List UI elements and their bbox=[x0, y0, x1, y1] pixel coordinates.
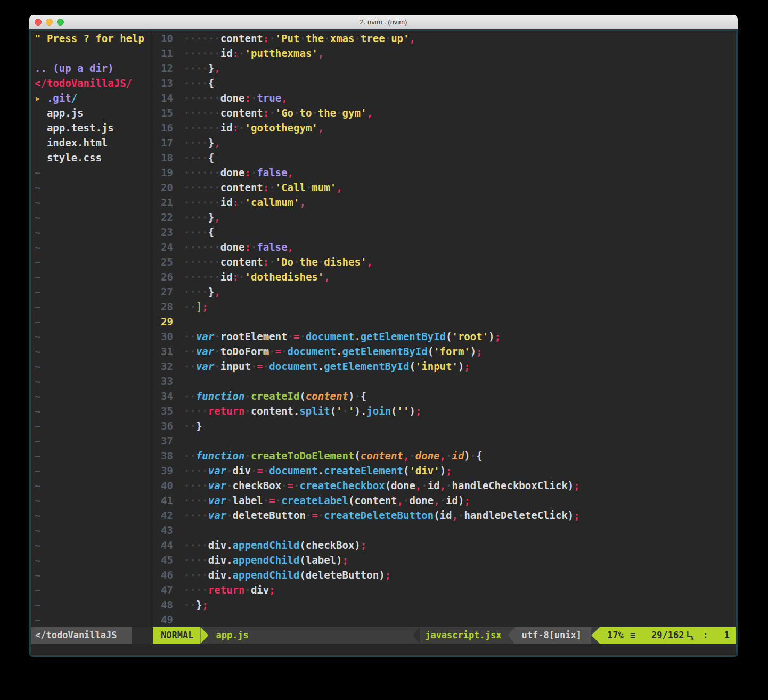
code-line-18[interactable]: 18····{ bbox=[151, 150, 736, 165]
tree-item-app-test-js[interactable]: app.test.js bbox=[31, 120, 151, 135]
code-text: ······content:·'Put·the·xmas·tree·up', bbox=[176, 31, 415, 46]
empty-line-marker: ~ bbox=[31, 582, 151, 597]
code-line-24[interactable]: 24······done:·false, bbox=[151, 240, 736, 254]
code-text: ····}, bbox=[176, 284, 220, 299]
code-line-16[interactable]: 16······id:·'gotothegym', bbox=[151, 120, 736, 135]
line-number: 27 bbox=[151, 284, 176, 299]
tree-item-app-js[interactable]: app.js bbox=[31, 105, 151, 120]
code-line-46[interactable]: 46····div.appendChild(deleteButton); bbox=[151, 567, 736, 582]
empty-line-marker: ~ bbox=[31, 553, 151, 567]
tree-item-style-css[interactable]: style.css bbox=[31, 150, 151, 165]
empty-line-marker: ~ bbox=[31, 508, 151, 523]
statusline: </todoVanillaJS NORMAL app.js javascript… bbox=[31, 627, 736, 644]
empty-line-marker: ~ bbox=[31, 359, 151, 374]
code-line-41[interactable]: 41····var·label·=·createLabel(content,·d… bbox=[151, 493, 736, 508]
line-number: 31 bbox=[151, 344, 176, 359]
code-line-45[interactable]: 45····div.appendChild(label); bbox=[151, 553, 736, 567]
line-number: 22 bbox=[151, 210, 176, 225]
active-statusline: NORMAL app.js javascript.jsx utf-8[unix]… bbox=[153, 627, 736, 644]
code-text: ····var·div·=·document.createElement('di… bbox=[176, 463, 452, 478]
statusline-position: 17% ≡ 29/162 LN : 1 bbox=[591, 627, 736, 644]
close-button-icon[interactable] bbox=[35, 19, 42, 26]
line-number: 11 bbox=[151, 46, 176, 61]
code-text: ····return·div; bbox=[176, 582, 275, 597]
empty-line-marker: ~ bbox=[31, 448, 151, 463]
empty-line-marker: ~ bbox=[31, 210, 151, 225]
titlebar[interactable]: 2. nvim . (nvim) bbox=[29, 15, 738, 29]
code-text: ··var·rootElement·=·document.getElementB… bbox=[176, 329, 501, 344]
code-line-28[interactable]: 28··]; bbox=[151, 299, 736, 314]
code-text: ····return·content.split('·').join(''); bbox=[176, 403, 421, 418]
code-line-15[interactable]: 15······content:·'Go·to·the·gym', bbox=[151, 105, 736, 120]
code-line-21[interactable]: 21······id:·'callmum', bbox=[151, 195, 736, 210]
code-text: ····var·label·=·createLabel(content,·don… bbox=[176, 493, 470, 508]
code-line-17[interactable]: 17····}, bbox=[151, 135, 736, 150]
code-line-44[interactable]: 44····div.appendChild(checkBox); bbox=[151, 538, 736, 553]
line-number: 19 bbox=[151, 165, 176, 180]
line-number: 44 bbox=[151, 538, 176, 553]
line-number: 28 bbox=[151, 299, 176, 314]
code-line-23[interactable]: 23····{ bbox=[151, 225, 736, 240]
code-line-10[interactable]: 10······content:·'Put·the·xmas·tree·up', bbox=[151, 31, 736, 46]
window-title: 2. nvim . (nvim) bbox=[360, 18, 407, 26]
code-line-47[interactable]: 47····return·div; bbox=[151, 582, 736, 597]
tree-item-git-dir[interactable]: ▸ .git/ bbox=[31, 90, 151, 105]
code-text: ··} bbox=[176, 418, 202, 433]
code-line-27[interactable]: 27····}, bbox=[151, 284, 736, 299]
code-text: ······content:·'Go·to·the·gym', bbox=[176, 105, 373, 120]
tree-item-up-dir[interactable]: .. (up a dir) bbox=[31, 61, 151, 76]
code-line-29[interactable]: 29 bbox=[151, 314, 736, 329]
code-line-32[interactable]: 32··var·input·=·document.getElementById(… bbox=[151, 359, 736, 374]
code-line-14[interactable]: 14······done:·true, bbox=[151, 90, 736, 105]
powerline-arrow-left-icon bbox=[413, 627, 420, 644]
code-text: ······content:·'Call·mum', bbox=[176, 180, 342, 195]
code-line-22[interactable]: 22····}, bbox=[151, 210, 736, 225]
code-line-48[interactable]: 48··}; bbox=[151, 597, 736, 612]
code-text: ····div.appendChild(label); bbox=[176, 553, 348, 567]
line-number: 42 bbox=[151, 508, 176, 523]
code-line-37[interactable]: 37 bbox=[151, 433, 736, 448]
code-text: ····var·deleteButton·=·createDeleteButto… bbox=[176, 508, 580, 523]
code-line-33[interactable]: 33 bbox=[151, 374, 736, 389]
code-line-19[interactable]: 19······done:·false, bbox=[151, 165, 736, 180]
code-line-25[interactable]: 25······content:·'Do·the·dishes', bbox=[151, 254, 736, 269]
line-number: 24 bbox=[151, 240, 176, 254]
code-line-34[interactable]: 34··function·createId(content)·{ bbox=[151, 389, 736, 403]
minimize-button-icon[interactable] bbox=[46, 19, 53, 26]
line-number: 25 bbox=[151, 254, 176, 269]
code-line-35[interactable]: 35····return·content.split('·').join('')… bbox=[151, 403, 736, 418]
scroll-percent: 17% bbox=[607, 627, 624, 644]
line-number: 33 bbox=[151, 374, 176, 389]
code-line-49[interactable]: 49 bbox=[151, 612, 736, 627]
tree-root-todovanillajs[interactable]: </todoVanillaJS/ bbox=[31, 76, 151, 90]
code-line-26[interactable]: 26······id:·'dothedishes', bbox=[151, 269, 736, 284]
code-line-20[interactable]: 20······content:·'Call·mum', bbox=[151, 180, 736, 195]
code-line-31[interactable]: 31··var·toDoForm·=·document.getElementBy… bbox=[151, 344, 736, 359]
empty-line-marker: ~ bbox=[31, 374, 151, 389]
tree-item-index-html[interactable]: index.html bbox=[31, 135, 151, 150]
code-line-36[interactable]: 36··} bbox=[151, 418, 736, 433]
code-line-43[interactable]: 43 bbox=[151, 523, 736, 538]
empty-line-marker: ~ bbox=[31, 567, 151, 582]
line-number: 35 bbox=[151, 403, 176, 418]
code-line-40[interactable]: 40····var·checkBox·=·createCheckbox(done… bbox=[151, 478, 736, 493]
code-line-42[interactable]: 42····var·deleteButton·=·createDeleteBut… bbox=[151, 508, 736, 523]
code-line-13[interactable]: 13····{ bbox=[151, 76, 736, 90]
code-text: ··var·input·=·document.getElementById('i… bbox=[176, 359, 470, 374]
code-line-12[interactable]: 12····}, bbox=[151, 61, 736, 76]
zoom-button-icon[interactable] bbox=[57, 19, 64, 26]
code-line-30[interactable]: 30··var·rootElement·=·document.getElemen… bbox=[151, 329, 736, 344]
code-text: ····{ bbox=[176, 150, 214, 165]
line-number: 26 bbox=[151, 269, 176, 284]
code-line-38[interactable]: 38··function·createToDoElement(content,·… bbox=[151, 448, 736, 463]
line-number: 13 bbox=[151, 76, 176, 90]
command-line[interactable] bbox=[31, 644, 736, 655]
code-text: ······id:·'putthexmas', bbox=[176, 46, 324, 61]
line-number: 20 bbox=[151, 180, 176, 195]
line-number: 45 bbox=[151, 553, 176, 567]
statusline-tree-path: </todoVanillaJS bbox=[31, 627, 132, 644]
empty-line-marker: ~ bbox=[31, 329, 151, 344]
code-line-11[interactable]: 11······id:·'putthexmas', bbox=[151, 46, 736, 61]
line-number: 34 bbox=[151, 389, 176, 403]
code-line-39[interactable]: 39····var·div·=·document.createElement('… bbox=[151, 463, 736, 478]
